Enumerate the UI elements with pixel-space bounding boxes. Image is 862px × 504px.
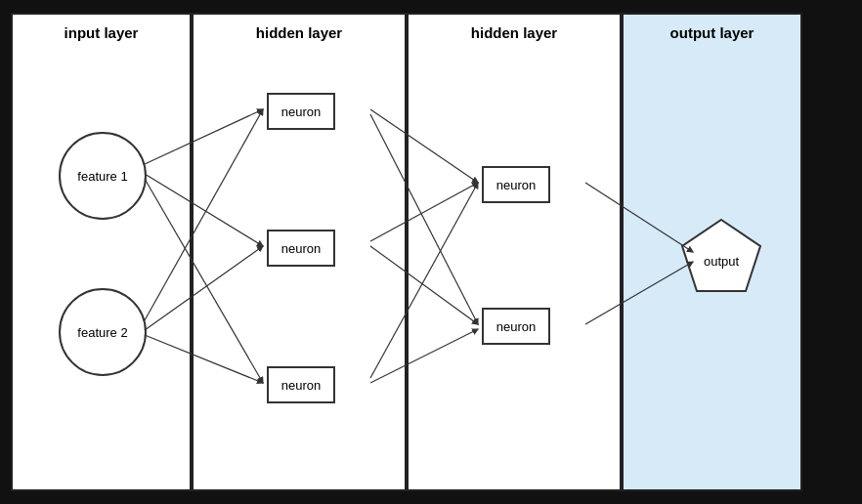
h1-neuron1-label: neuron xyxy=(281,105,321,119)
output-node: output xyxy=(677,215,765,302)
h2-neuron2: neuron xyxy=(482,308,550,345)
h1-neuron2: neuron xyxy=(267,230,335,267)
h1-neuron3: neuron xyxy=(267,366,335,403)
neural-network-diagram: input layer feature 1 feature 2 hidden l… xyxy=(11,13,851,491)
hidden-layer-2-title: hidden layer xyxy=(409,15,620,49)
h2-neuron1: neuron xyxy=(482,166,550,203)
input-layer-title: input layer xyxy=(13,15,190,49)
h1-neuron2-label: neuron xyxy=(281,241,321,256)
pentagon-svg: output xyxy=(677,215,765,298)
feature1-label: feature 1 xyxy=(77,169,127,184)
feature2-node: feature 2 xyxy=(59,288,147,376)
hidden-layer-1-title: hidden layer xyxy=(194,15,405,49)
hidden-layer-1: hidden layer neuron neuron neuron xyxy=(192,13,407,491)
h1-neuron3-label: neuron xyxy=(281,378,321,393)
input-layer: input layer feature 1 feature 2 xyxy=(11,13,192,491)
feature1-node: feature 1 xyxy=(59,132,147,220)
output-label: output xyxy=(704,254,740,269)
hidden-layer-2: hidden layer neuron neuron xyxy=(407,13,622,491)
h2-neuron2-label: neuron xyxy=(496,319,536,334)
h2-neuron1-label: neuron xyxy=(496,178,536,192)
output-layer-title: output layer xyxy=(624,15,800,49)
h1-neuron1: neuron xyxy=(267,93,335,130)
output-layer: output layer output xyxy=(622,13,802,491)
feature2-label: feature 2 xyxy=(77,325,127,340)
